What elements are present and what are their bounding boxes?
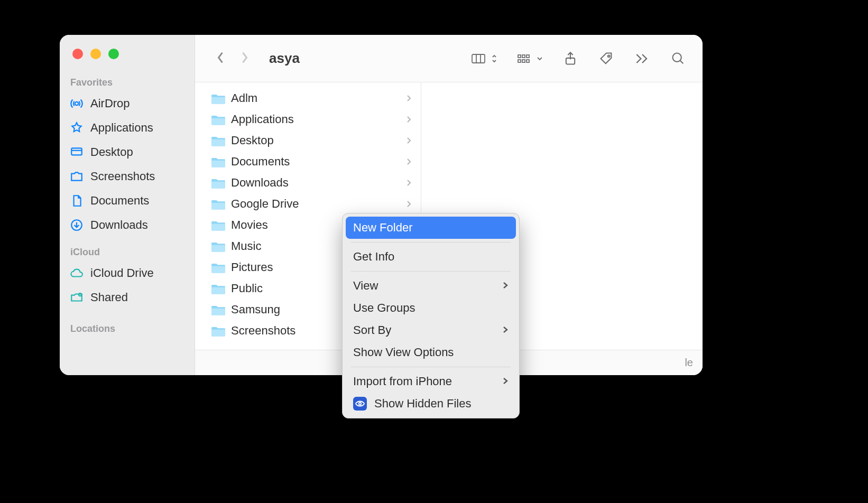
downloads-icon	[69, 218, 84, 232]
sidebar-section-locations: Locations	[60, 320, 195, 338]
share-button[interactable]	[562, 51, 579, 66]
back-button[interactable]	[215, 50, 226, 67]
folder-name: Downloads	[231, 176, 289, 190]
airdrop-icon	[69, 96, 84, 111]
svg-rect-8	[518, 55, 521, 58]
folder-icon	[211, 92, 226, 105]
overflow-button[interactable]	[634, 51, 651, 66]
chevron-right-icon	[406, 197, 411, 211]
chevron-right-icon	[406, 155, 411, 169]
folder-item[interactable]: Downloads	[195, 172, 421, 193]
menu-item-label: Show View Options	[353, 346, 454, 359]
svg-point-18	[359, 403, 362, 405]
folder-item[interactable]: Desktop	[195, 130, 421, 151]
folder-name: Screenshots	[231, 324, 296, 338]
tags-button[interactable]	[598, 51, 615, 66]
svg-rect-13	[527, 60, 529, 62]
svg-point-0	[75, 102, 79, 106]
svg-line-17	[680, 60, 684, 63]
sidebar-section-favorites: Favorites	[60, 74, 195, 91]
chevron-right-icon	[406, 176, 411, 190]
folder-icon	[211, 261, 226, 274]
folder-item[interactable]: Documents	[195, 151, 421, 172]
documents-icon	[69, 193, 84, 208]
status-text: le	[685, 357, 693, 369]
window-zoom-button[interactable]	[108, 49, 119, 59]
svg-point-4	[79, 293, 81, 296]
context-menu-item[interactable]: Import from iPhone	[346, 370, 516, 393]
folder-name: Pictures	[231, 260, 273, 274]
context-menu-item[interactable]: View	[346, 275, 516, 297]
search-button[interactable]	[670, 51, 687, 66]
group-by-button[interactable]	[516, 51, 543, 66]
sidebar: Favorites AirDrop Applications Desktop S…	[60, 35, 195, 375]
folder-name: Desktop	[231, 134, 274, 147]
context-menu-item[interactable]: Show View Options	[346, 341, 516, 364]
menu-separator	[351, 271, 511, 272]
folder-icon	[211, 134, 226, 147]
chevron-right-icon	[406, 91, 411, 105]
sidebar-item-applications[interactable]: Applications	[60, 116, 195, 140]
context-menu-item[interactable]: Sort By	[346, 319, 516, 341]
context-menu-item[interactable]: Get Info	[346, 246, 516, 268]
context-menu[interactable]: New FolderGet InfoViewUse GroupsSort ByS…	[342, 213, 520, 418]
folder-icon	[211, 282, 226, 295]
sidebar-item-label: Shared	[90, 291, 128, 304]
shared-icon	[69, 290, 84, 305]
svg-rect-1	[71, 148, 82, 155]
sidebar-item-airdrop[interactable]: AirDrop	[60, 91, 195, 116]
folder-item[interactable]: Applications	[195, 109, 421, 130]
folder-icon	[211, 303, 226, 316]
toolbar-nav	[215, 50, 250, 67]
sidebar-item-icloud-drive[interactable]: iCloud Drive	[60, 261, 195, 285]
sidebar-item-label: AirDrop	[90, 97, 130, 110]
sidebar-item-screenshots[interactable]: Screenshots	[60, 164, 195, 189]
eye-icon	[353, 397, 367, 411]
context-menu-item[interactable]: New Folder	[346, 217, 516, 239]
window-close-button[interactable]	[72, 49, 83, 59]
folder-icon	[211, 324, 226, 337]
screenshots-folder-icon	[69, 169, 84, 184]
folder-icon	[211, 155, 226, 168]
folder-name: Documents	[231, 155, 290, 169]
sidebar-item-downloads[interactable]: Downloads	[60, 213, 195, 237]
folder-item[interactable]: Google Drive	[195, 193, 421, 215]
sidebar-item-label: Screenshots	[90, 170, 155, 183]
menu-separator	[351, 367, 511, 367]
window-minimize-button[interactable]	[90, 49, 101, 59]
folder-name: Movies	[231, 218, 268, 232]
sidebar-item-label: iCloud Drive	[90, 266, 154, 280]
svg-rect-10	[527, 55, 529, 58]
folder-name: Music	[231, 239, 261, 253]
forward-button[interactable]	[239, 50, 250, 67]
window-title: asya	[269, 50, 300, 67]
sidebar-item-shared[interactable]: Shared	[60, 285, 195, 310]
applications-icon	[69, 120, 84, 135]
chevron-right-icon	[406, 113, 411, 126]
menu-item-label: Get Info	[353, 250, 394, 264]
folder-name: Samsung	[231, 303, 280, 316]
menu-item-label: Use Groups	[353, 301, 415, 315]
svg-rect-12	[522, 60, 525, 62]
svg-rect-11	[518, 60, 521, 62]
chevron-right-icon	[406, 134, 411, 147]
context-menu-item[interactable]: Use Groups	[346, 297, 516, 319]
menu-item-label: Show Hidden Files	[374, 397, 471, 411]
folder-icon	[211, 219, 226, 231]
sidebar-item-label: Downloads	[90, 218, 148, 232]
chevron-right-icon	[502, 279, 509, 293]
sidebar-item-documents[interactable]: Documents	[60, 189, 195, 213]
menu-item-label: Import from iPhone	[353, 375, 452, 388]
folder-name: Google Drive	[231, 197, 299, 211]
context-menu-item[interactable]: Show Hidden Files	[346, 393, 516, 415]
sidebar-item-desktop[interactable]: Desktop	[60, 140, 195, 164]
desktop-icon	[69, 145, 84, 160]
folder-item[interactable]: Adlm	[195, 88, 421, 109]
view-columns-button[interactable]	[471, 51, 497, 66]
chevron-right-icon	[502, 375, 509, 388]
sidebar-item-label: Documents	[90, 194, 149, 208]
folder-name: Adlm	[231, 91, 257, 105]
folder-name: Public	[231, 282, 263, 295]
menu-separator	[351, 242, 511, 243]
menu-item-label: View	[353, 279, 378, 293]
